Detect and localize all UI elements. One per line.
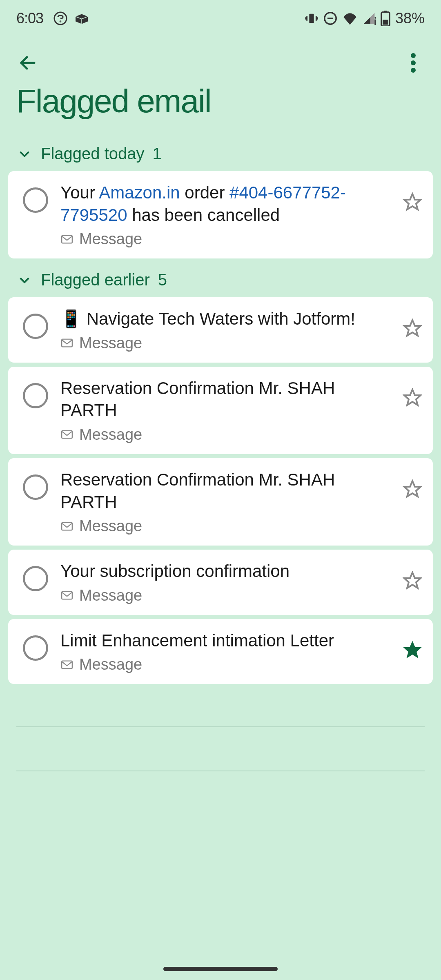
task-meta-label: Message bbox=[79, 517, 142, 535]
star-button[interactable] bbox=[402, 570, 423, 591]
svg-marker-17 bbox=[404, 320, 421, 336]
task-item[interactable]: Reservation Confirmation Mr. SHAH PARTH … bbox=[8, 458, 433, 546]
svg-rect-5 bbox=[374, 20, 376, 25]
task-checkbox[interactable] bbox=[23, 635, 48, 661]
whatsapp-icon bbox=[53, 11, 68, 26]
task-meta-label: Message bbox=[79, 230, 142, 248]
star-button[interactable] bbox=[402, 479, 423, 500]
task-content: Your subscription confirmation Message bbox=[60, 560, 390, 604]
status-right: 38% bbox=[305, 10, 425, 27]
svg-rect-22 bbox=[62, 592, 72, 599]
svg-rect-8 bbox=[384, 11, 387, 12]
dnd-icon bbox=[323, 11, 337, 25]
task-content: 📱 Navigate Tech Waters with Jotform! Mes… bbox=[60, 308, 390, 352]
mail-icon bbox=[60, 336, 74, 350]
amazon-link[interactable]: Amazon.in bbox=[99, 183, 180, 202]
package-icon bbox=[74, 13, 89, 24]
task-title: Your Amazon.in order #404-6677752-779552… bbox=[60, 182, 390, 226]
task-meta-label: Message bbox=[79, 656, 142, 673]
task-content: Reservation Confirmation Mr. SHAH PARTH … bbox=[60, 469, 390, 535]
task-title: Reservation Confirmation Mr. SHAH PARTH bbox=[60, 469, 390, 513]
task-content: Limit Enhancement intimation Letter Mess… bbox=[60, 630, 390, 674]
chevron-down-icon bbox=[18, 147, 31, 160]
star-button[interactable] bbox=[402, 318, 423, 339]
task-item[interactable]: Limit Enhancement intimation Letter Mess… bbox=[8, 619, 433, 684]
task-item[interactable]: Your Amazon.in order #404-6677752-779552… bbox=[8, 171, 433, 258]
task-item[interactable]: Your subscription confirmation Message bbox=[8, 550, 433, 615]
task-list-earlier: 📱 Navigate Tech Waters with Jotform! Mes… bbox=[0, 297, 441, 684]
group-count: 5 bbox=[158, 271, 167, 289]
svg-rect-14 bbox=[62, 235, 72, 243]
mail-icon bbox=[60, 658, 74, 671]
group-label: Flagged earlier bbox=[41, 271, 150, 289]
task-checkbox[interactable] bbox=[23, 566, 48, 591]
star-button-filled[interactable] bbox=[402, 639, 423, 661]
task-checkbox[interactable] bbox=[23, 187, 48, 213]
status-left: 6:03 bbox=[16, 10, 89, 27]
app-bar: Flagged email bbox=[0, 37, 441, 120]
star-button[interactable] bbox=[402, 192, 423, 213]
battery-percent: 38% bbox=[395, 10, 425, 27]
svg-marker-21 bbox=[404, 481, 421, 497]
svg-marker-25 bbox=[404, 642, 421, 657]
svg-rect-9 bbox=[383, 20, 388, 24]
group-header-today[interactable]: Flagged today 1 bbox=[0, 136, 441, 171]
task-meta: Message bbox=[60, 656, 390, 673]
svg-point-1 bbox=[60, 21, 61, 22]
svg-marker-23 bbox=[404, 572, 421, 588]
signal-icon bbox=[363, 12, 376, 25]
mail-icon bbox=[60, 520, 74, 533]
task-content: Reservation Confirmation Mr. SHAH PARTH … bbox=[60, 377, 390, 443]
star-button[interactable] bbox=[402, 387, 423, 408]
divider bbox=[16, 771, 425, 771]
battery-icon bbox=[381, 11, 390, 26]
task-meta: Message bbox=[60, 334, 390, 352]
task-meta-label: Message bbox=[79, 426, 142, 443]
task-meta-label: Message bbox=[79, 334, 142, 352]
task-meta: Message bbox=[60, 426, 390, 443]
task-title: Reservation Confirmation Mr. SHAH PARTH bbox=[60, 377, 390, 422]
task-meta-label: Message bbox=[79, 587, 142, 604]
group-header-earlier[interactable]: Flagged earlier 5 bbox=[0, 263, 441, 297]
task-meta: Message bbox=[60, 517, 390, 535]
task-checkbox[interactable] bbox=[23, 314, 48, 339]
task-list-today: Your Amazon.in order #404-6677752-779552… bbox=[0, 171, 441, 258]
task-meta: Message bbox=[60, 587, 390, 604]
back-button[interactable] bbox=[16, 51, 39, 74]
vibrate-icon bbox=[305, 11, 318, 25]
chevron-down-icon bbox=[18, 274, 31, 287]
group-count: 1 bbox=[153, 145, 162, 163]
svg-marker-15 bbox=[404, 194, 421, 209]
svg-point-6 bbox=[374, 17, 376, 19]
svg-rect-2 bbox=[309, 14, 314, 23]
svg-marker-19 bbox=[404, 390, 421, 405]
mail-icon bbox=[60, 233, 74, 246]
task-title: Your subscription confirmation bbox=[60, 560, 390, 583]
svg-point-11 bbox=[411, 53, 416, 58]
task-title: Limit Enhancement intimation Letter bbox=[60, 630, 390, 652]
svg-rect-16 bbox=[62, 339, 72, 347]
svg-point-12 bbox=[411, 60, 416, 65]
svg-rect-20 bbox=[62, 522, 72, 530]
task-checkbox[interactable] bbox=[23, 474, 48, 500]
task-checkbox[interactable] bbox=[23, 383, 48, 408]
nav-handle[interactable] bbox=[163, 967, 278, 971]
task-title: 📱 Navigate Tech Waters with Jotform! bbox=[60, 308, 390, 330]
task-item[interactable]: 📱 Navigate Tech Waters with Jotform! Mes… bbox=[8, 297, 433, 363]
task-content: Your Amazon.in order #404-6677752-779552… bbox=[60, 182, 390, 248]
mail-icon bbox=[60, 428, 74, 441]
more-options-button[interactable] bbox=[402, 51, 425, 74]
svg-rect-18 bbox=[62, 431, 72, 439]
mail-icon bbox=[60, 589, 74, 602]
page-title: Flagged email bbox=[16, 82, 425, 120]
task-item[interactable]: Reservation Confirmation Mr. SHAH PARTH … bbox=[8, 367, 433, 454]
task-meta: Message bbox=[60, 230, 390, 248]
group-label: Flagged today bbox=[41, 145, 145, 163]
wifi-icon bbox=[342, 12, 358, 25]
status-bar: 6:03 bbox=[0, 0, 441, 37]
svg-rect-24 bbox=[62, 661, 72, 669]
svg-point-13 bbox=[411, 68, 416, 73]
status-time: 6:03 bbox=[16, 10, 43, 27]
